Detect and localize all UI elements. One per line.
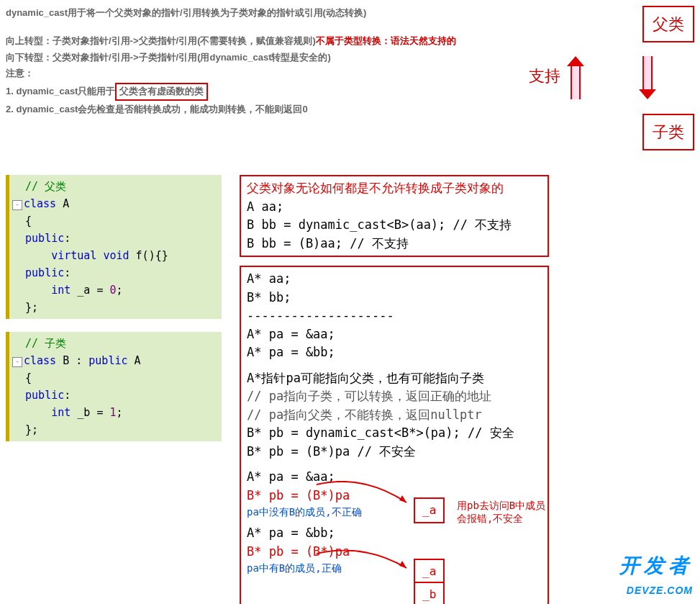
- cast-diagram: 父类 子类 支持: [529, 6, 694, 143]
- member-box-a: _a: [414, 497, 445, 523]
- text-line: 注意：: [6, 66, 524, 81]
- text-line: 向下转型：父类对象指针/引用->子类指针/引用(用dynamic_cast转型是…: [6, 50, 524, 66]
- annotation-error: 用pb去访问B中成员 会报错,不安全: [457, 499, 545, 525]
- parent-box: 父类: [642, 6, 694, 42]
- collapse-icon[interactable]: -: [12, 200, 22, 210]
- red-explain-box: A* aa; B* bb; -------------------- A* pa…: [240, 266, 549, 604]
- support-label: 支持: [529, 63, 560, 89]
- code-block-class-a: // 父类 -class A { public: virtual void f(…: [6, 175, 222, 319]
- child-box: 子类: [642, 114, 694, 150]
- highlighted-box: 父类含有虚函数的类: [115, 83, 208, 101]
- arrow-down-icon: [640, 56, 653, 99]
- watermark: 开发者 DEVZE.COM: [619, 550, 693, 598]
- code-block-class-b: // 子类 -class B : public A { public: int …: [6, 332, 222, 441]
- text-line: 向上转型：子类对象指针/引用->父类指针/引用(不需要转换，赋值兼容规则)不属于…: [6, 34, 524, 49]
- member-box-b: _b: [414, 582, 445, 604]
- member-box-a2: _a: [414, 559, 445, 585]
- text-line: 2. dynamic_cast会先检查是否能转换成功，能成功则转换，不能则返回0: [6, 102, 524, 117]
- doc-title: dynamic_cast用于将一个父类对象的指针/引用转换为子类对象的指针或引用…: [6, 6, 524, 21]
- red-note-box-1: 父类对象无论如何都是不允许转换成子类对象的 A aa; B bb = dynam…: [240, 175, 549, 257]
- arrow-up-icon: [568, 56, 581, 99]
- collapse-icon[interactable]: -: [12, 357, 22, 367]
- text-line: 1. dynamic_cast只能用于父类含有虚函数的类: [6, 83, 524, 101]
